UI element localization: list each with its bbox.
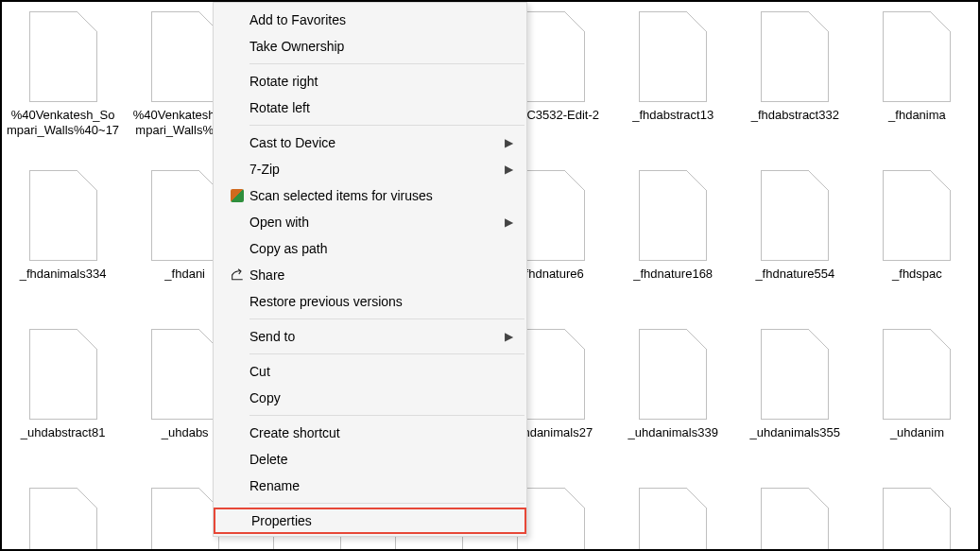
menu-label: Take Ownership bbox=[249, 39, 513, 54]
menu-label: Send to bbox=[249, 329, 504, 344]
file-item[interactable]: _uhdanim bbox=[856, 327, 978, 486]
menu-separator bbox=[249, 63, 524, 64]
file-item[interactable]: _fhdspac bbox=[856, 168, 978, 327]
menu-label: Restore previous versions bbox=[249, 294, 513, 309]
menu-label: Cut bbox=[249, 364, 513, 379]
file-item[interactable] bbox=[734, 486, 856, 551]
file-item[interactable]: _fhdanima bbox=[856, 9, 978, 168]
file-icon bbox=[761, 11, 829, 102]
file-label: _fhdanima bbox=[888, 108, 946, 123]
file-icon bbox=[761, 488, 829, 551]
menu-separator bbox=[249, 353, 524, 354]
submenu-arrow-icon: ▶ bbox=[504, 215, 513, 229]
menu-label: Rename bbox=[249, 478, 513, 493]
file-item[interactable]: %40Venkatesh_Sompari_Walls%40~17 bbox=[2, 9, 124, 168]
file-label: _fhdabstract13 bbox=[632, 108, 714, 123]
file-item[interactable]: _fhdanimals334 bbox=[2, 168, 124, 327]
menu-separator bbox=[249, 415, 524, 416]
menu-label: Open with bbox=[249, 215, 504, 230]
submenu-arrow-icon: ▶ bbox=[504, 163, 513, 176]
file-icon bbox=[639, 329, 707, 420]
file-label: _fhdnature6 bbox=[518, 267, 583, 282]
menu-label: Create shortcut bbox=[249, 425, 513, 440]
menu-label: Scan selected items for viruses bbox=[249, 188, 513, 203]
file-item[interactable]: _uhdabstract81 bbox=[2, 327, 124, 486]
menu-add-favorites[interactable]: Add to Favorites bbox=[214, 7, 526, 33]
context-menu: Add to Favorites Take Ownership Rotate r… bbox=[213, 2, 527, 537]
submenu-arrow-icon: ▶ bbox=[504, 136, 513, 149]
file-label: _uhdanimals355 bbox=[750, 425, 840, 440]
antivirus-icon bbox=[225, 189, 249, 202]
menu-send-to[interactable]: Send to ▶ bbox=[214, 323, 526, 350]
menu-rotate-right[interactable]: Rotate right bbox=[214, 68, 526, 95]
file-label: _uhdanim bbox=[890, 425, 944, 440]
menu-label: Copy bbox=[249, 390, 513, 405]
file-item[interactable]: _fhdabstract13 bbox=[612, 9, 734, 168]
menu-label: Rotate right bbox=[249, 74, 513, 89]
menu-label: Cast to Device bbox=[249, 135, 504, 150]
file-item[interactable]: _fhdnature554 bbox=[734, 168, 856, 327]
menu-copy[interactable]: Copy bbox=[214, 385, 526, 411]
file-label: _fhdanimals334 bbox=[20, 267, 107, 282]
menu-take-ownership[interactable]: Take Ownership bbox=[214, 33, 526, 60]
file-icon bbox=[883, 329, 951, 420]
menu-label: Copy as path bbox=[249, 241, 513, 256]
menu-label: Delete bbox=[249, 452, 513, 467]
menu-properties[interactable]: Properties bbox=[214, 508, 526, 534]
menu-rotate-left[interactable]: Rotate left bbox=[214, 95, 526, 121]
file-item[interactable] bbox=[2, 486, 124, 551]
menu-label: 7-Zip bbox=[249, 162, 504, 177]
file-icon bbox=[29, 170, 97, 261]
file-item[interactable] bbox=[612, 486, 734, 551]
file-icon bbox=[883, 11, 951, 102]
menu-restore-previous[interactable]: Restore previous versions bbox=[214, 288, 526, 315]
file-item[interactable]: _uhdanimals339 bbox=[612, 327, 734, 486]
file-label: _fhdnature554 bbox=[755, 267, 834, 282]
file-label: %40Venkatesh_Sompari_Walls%40~17 bbox=[7, 108, 120, 139]
file-icon bbox=[151, 329, 219, 420]
menu-label: Properties bbox=[251, 513, 511, 528]
menu-label: Share bbox=[249, 267, 513, 283]
menu-label: Add to Favorites bbox=[249, 12, 513, 27]
menu-separator bbox=[249, 125, 524, 126]
file-icon bbox=[639, 11, 707, 102]
file-label: _uhdanimals339 bbox=[628, 425, 717, 440]
submenu-arrow-icon: ▶ bbox=[504, 330, 513, 343]
menu-separator bbox=[249, 319, 524, 319]
file-icon bbox=[639, 170, 707, 261]
file-label: _uhdabstract81 bbox=[21, 425, 106, 440]
menu-cut[interactable]: Cut bbox=[214, 358, 526, 385]
menu-scan-viruses[interactable]: Scan selected items for viruses bbox=[214, 182, 526, 209]
file-label: _fhdani bbox=[164, 267, 205, 282]
share-icon bbox=[225, 267, 249, 283]
file-icon bbox=[29, 11, 97, 102]
file-icon bbox=[29, 488, 97, 551]
file-icon bbox=[761, 170, 829, 261]
menu-delete[interactable]: Delete bbox=[214, 446, 526, 473]
menu-separator bbox=[249, 503, 524, 504]
file-item[interactable]: _fhdabstract332 bbox=[734, 9, 856, 168]
file-icon bbox=[883, 170, 951, 261]
file-item[interactable]: _uhdanimals355 bbox=[734, 327, 856, 486]
menu-cast-to-device[interactable]: Cast to Device ▶ bbox=[214, 129, 526, 156]
file-icon bbox=[151, 11, 219, 102]
file-item[interactable]: _fhdnature168 bbox=[612, 168, 734, 327]
file-item[interactable] bbox=[856, 486, 978, 551]
file-label: _fhdnature168 bbox=[633, 267, 713, 282]
file-icon bbox=[151, 488, 219, 551]
menu-label: Rotate left bbox=[249, 100, 513, 115]
menu-open-with[interactable]: Open with ▶ bbox=[214, 209, 526, 235]
menu-rename[interactable]: Rename bbox=[214, 473, 526, 499]
file-icon bbox=[883, 488, 951, 551]
file-icon bbox=[151, 170, 219, 261]
file-icon bbox=[761, 329, 829, 420]
menu-share[interactable]: Share bbox=[214, 262, 526, 288]
menu-7zip[interactable]: 7-Zip ▶ bbox=[214, 156, 526, 182]
file-label: _fhdspac bbox=[892, 267, 942, 282]
menu-create-shortcut[interactable]: Create shortcut bbox=[214, 420, 526, 446]
menu-copy-as-path[interactable]: Copy as path bbox=[214, 235, 526, 262]
file-icon bbox=[639, 488, 707, 551]
file-icon bbox=[29, 329, 97, 420]
file-label: _fhdabstract332 bbox=[751, 108, 839, 123]
file-label: _uhdabs bbox=[162, 425, 209, 440]
